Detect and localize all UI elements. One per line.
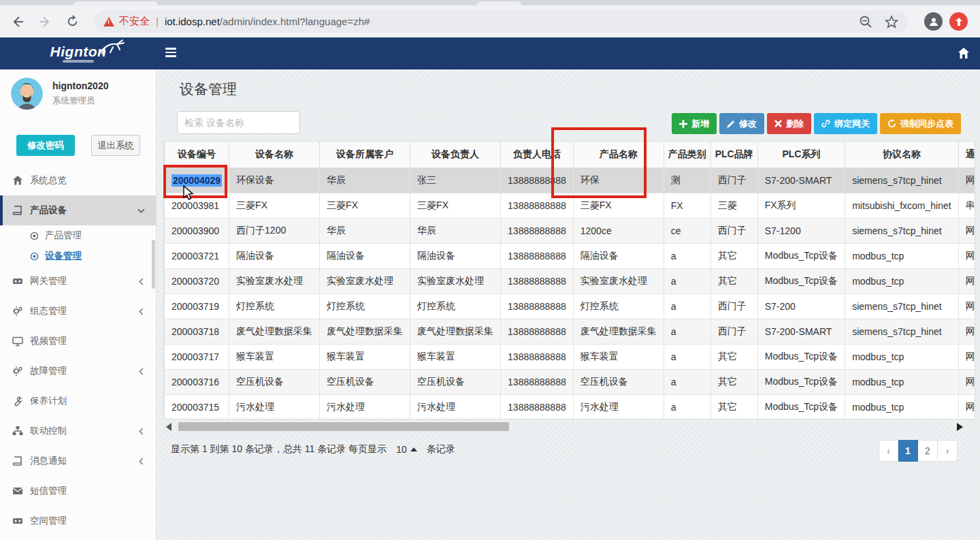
table-cell[interactable]: 环保设备 — [229, 168, 320, 193]
hscroll-thumb[interactable] — [178, 422, 509, 431]
table-cell[interactable]: 实验室废水处理 — [320, 268, 410, 293]
table-cell[interactable]: a — [664, 394, 710, 419]
table-cell[interactable]: 网口 — [958, 168, 975, 193]
table-cell[interactable]: 网口 — [958, 394, 975, 419]
table-row[interactable]: 200003715污水处理污水处理污水处理13888888888污水处理a其它M… — [165, 394, 976, 419]
table-cell[interactable]: 猴车装置 — [320, 344, 410, 369]
table-cell[interactable]: 三菱FX — [320, 193, 410, 218]
sidebar-item-message-notification[interactable]: 消息通知 — [0, 446, 156, 476]
table-cell[interactable]: 污水处理 — [320, 394, 410, 419]
table-cell[interactable]: 西门子 — [710, 319, 757, 344]
page-size-dropdown[interactable]: 10 — [396, 444, 417, 455]
table-cell[interactable]: 13888888888 — [501, 168, 574, 193]
insecure-warning-icon[interactable] — [103, 17, 114, 27]
table-cell[interactable]: modbus_tcp — [845, 268, 959, 293]
table-cell[interactable]: modbus_tcp — [845, 369, 959, 394]
column-header[interactable]: PLC品牌 — [710, 142, 757, 168]
table-cell[interactable]: 网口 — [958, 369, 975, 394]
column-header[interactable]: 通讯 — [958, 142, 975, 168]
table-cell[interactable]: 灯控系统 — [573, 293, 664, 319]
table-cell[interactable]: 其它 — [710, 344, 757, 369]
table-cell[interactable]: 其它 — [710, 394, 757, 419]
table-cell[interactable]: 西门子 — [710, 293, 757, 319]
table-cell[interactable]: 灯控系统 — [320, 293, 410, 319]
sidebar-item-space-management[interactable]: 空间管理 — [0, 506, 156, 536]
table-cell[interactable]: 西门子1200 — [229, 218, 320, 243]
sidebar-item-maintenance-plan[interactable]: 保养计划 — [0, 386, 156, 416]
table-row[interactable]: 200003718废气处理数据采集废气处理数据采集废气处理数据采集1388888… — [165, 319, 976, 344]
sidebar-item-product-device[interactable]: 产品设备 — [0, 195, 156, 225]
sidebar-item-device-management[interactable]: 设备管理 — [0, 246, 156, 266]
home-icon[interactable] — [958, 47, 970, 62]
table-cell[interactable]: 废气处理数据采集 — [229, 319, 320, 344]
table-cell[interactable]: 13888888888 — [501, 293, 574, 319]
table-cell[interactable]: 200003718 — [165, 319, 229, 344]
table-cell[interactable]: siemens_s7tcp_hinet — [845, 168, 959, 193]
table-cell[interactable]: S7-200-SMART — [757, 319, 845, 344]
table-cell[interactable]: a — [664, 268, 710, 293]
table-cell[interactable]: 200004029 — [165, 168, 229, 193]
table-cell[interactable]: 华辰 — [410, 218, 501, 243]
table-cell[interactable]: 200003721 — [165, 243, 229, 268]
table-cell[interactable]: FX系列 — [757, 193, 845, 218]
table-cell[interactable]: 空压机设备 — [573, 369, 664, 394]
column-header[interactable]: 设备负责人 — [410, 142, 501, 168]
table-cell[interactable]: 13888888888 — [501, 394, 574, 419]
change-password-button[interactable]: 修改密码 — [16, 135, 75, 156]
table-cell[interactable]: 空压机设备 — [320, 369, 410, 394]
table-cell[interactable]: 200003720 — [165, 268, 229, 293]
table-cell[interactable]: 网口 — [958, 293, 975, 319]
table-row[interactable]: 200003717猴车装置猴车装置猴车装置13888888888猴车装置a其它M… — [165, 344, 976, 369]
table-cell[interactable]: 隔油设备 — [410, 243, 501, 268]
table-cell[interactable]: 网口 — [958, 268, 975, 293]
table-cell[interactable]: 环保 — [573, 168, 664, 193]
table-cell[interactable]: 华辰 — [320, 168, 410, 193]
table-cell[interactable]: 废气处理数据采集 — [320, 319, 410, 344]
hscroll-right-arrow-icon[interactable] — [957, 423, 963, 431]
table-cell[interactable]: 200003716 — [165, 369, 229, 394]
table-cell[interactable]: 其它 — [710, 243, 757, 268]
delete-button[interactable]: 删除 — [767, 113, 811, 134]
table-cell[interactable]: 网口 — [958, 243, 975, 268]
table-cell[interactable]: 灯控系统 — [410, 293, 501, 319]
table-cell[interactable]: 13888888888 — [501, 243, 574, 268]
column-header[interactable]: 负责人电话 — [501, 142, 574, 168]
table-cell[interactable]: Modbus_Tcp设备 — [757, 243, 845, 268]
table-row[interactable]: 200003719灯控系统灯控系统灯控系统13888888888灯控系统a西门子… — [165, 293, 976, 319]
table-row[interactable]: 200003721隔油设备隔油设备隔油设备13888888888隔油设备a其它M… — [165, 243, 976, 268]
table-cell[interactable]: 张三 — [410, 168, 501, 193]
browser-back-icon[interactable] — [10, 14, 26, 30]
table-cell[interactable]: 猴车装置 — [229, 344, 320, 369]
table-cell[interactable]: 13888888888 — [501, 344, 574, 369]
bookmark-star-icon[interactable] — [885, 15, 898, 29]
table-cell[interactable]: 三菱FX — [229, 193, 320, 218]
table-row[interactable]: 200003716空压机设备空压机设备空压机设备13888888888空压机设备… — [165, 369, 976, 394]
table-cell[interactable]: 串口 — [958, 193, 975, 218]
table-cell[interactable]: 猴车装置 — [573, 344, 664, 369]
column-header[interactable]: 产品名称 — [573, 142, 664, 168]
table-cell[interactable]: 三菱FX — [410, 193, 501, 218]
table-cell[interactable]: 13888888888 — [501, 319, 574, 344]
sidebar-item-product-management[interactable]: 产品管理 — [0, 225, 156, 246]
table-cell[interactable]: 测 — [664, 168, 710, 193]
table-cell[interactable]: a — [664, 369, 710, 394]
sidebar-scrollbar[interactable] — [152, 240, 155, 289]
table-cell[interactable]: 污水处理 — [229, 394, 320, 419]
table-cell[interactable]: 网口 — [958, 344, 975, 369]
bind-gateway-button[interactable]: 绑定网关 — [814, 113, 877, 134]
table-cell[interactable]: 实验室废水处理 — [573, 268, 664, 293]
table-cell[interactable]: 三菱 — [710, 193, 757, 218]
sidebar-item-configuration-management[interactable]: 组态管理 — [0, 296, 156, 326]
table-cell[interactable]: 污水处理 — [410, 394, 501, 419]
table-cell[interactable]: 其它 — [710, 369, 757, 394]
table-cell[interactable]: 13888888888 — [501, 369, 574, 394]
table-cell[interactable]: siemens_s7tcp_hinet — [845, 218, 959, 243]
zoom-out-icon[interactable] — [859, 15, 872, 29]
table-cell[interactable]: 1200ce — [573, 218, 664, 243]
column-header[interactable]: 设备编号 — [165, 142, 229, 168]
column-header[interactable]: 设备所属客户 — [320, 142, 410, 168]
table-cell[interactable]: Modbus_Tcp设备 — [757, 268, 845, 293]
logout-button[interactable]: 退出系统 — [91, 135, 140, 156]
table-cell[interactable]: 废气处理数据采集 — [410, 319, 501, 344]
table-cell[interactable]: 网口 — [958, 218, 975, 243]
